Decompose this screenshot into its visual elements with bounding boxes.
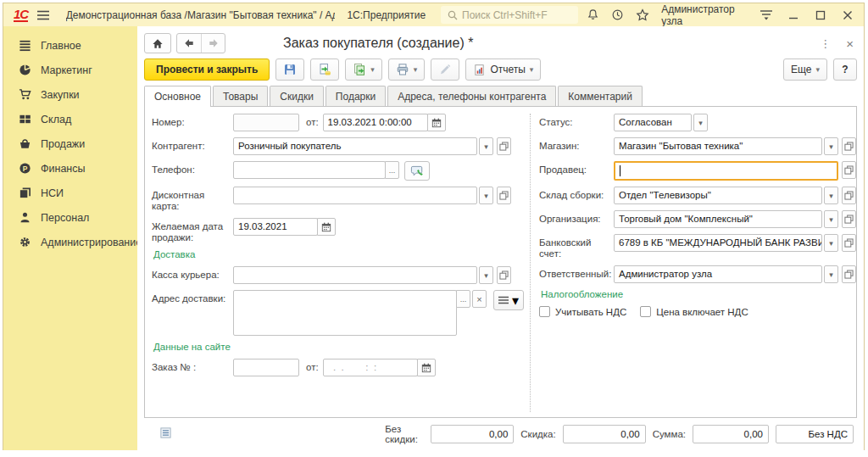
current-user[interactable]: Администратор узла [661,3,742,27]
price-includes-vat-checkbox[interactable]: Цена включает НДС [640,306,748,317]
open-button[interactable] [842,187,856,204]
minimize-icon[interactable] [786,8,801,23]
sidebar-item-marketing[interactable]: Маркетинг [3,58,137,82]
dropdown-button[interactable]: ▾ [824,234,838,252]
sidebar-item-finance[interactable]: Р Финансы [3,156,137,181]
sidebar-item-purchases[interactable]: Закупки [3,82,137,107]
site-order-date-input[interactable]: . . : : [323,359,418,376]
sidebar-item-main[interactable]: Главное [3,33,137,58]
history-icon[interactable] [611,8,624,23]
sidebar-item-sales[interactable]: Продажи [3,131,137,156]
calendar-button[interactable] [427,114,446,131]
vat-checkbox[interactable]: Учитывать НДС [539,306,626,317]
close-icon[interactable] [840,8,855,23]
ellipsis-icon: ... [460,295,467,304]
site-order-input[interactable] [233,359,299,376]
tab-gifts[interactable]: Подарки [326,86,386,106]
post-document-button[interactable] [310,59,339,81]
star-icon[interactable] [636,8,649,23]
open-button[interactable] [497,137,511,155]
hamburger-menu-icon[interactable] [36,8,51,23]
bank-account-label: Банковский счет: [539,234,614,259]
global-search-input[interactable]: Поиск Ctrl+Shift+F [441,6,578,24]
chevron-down-icon: ▾ [484,192,488,200]
dropdown-button[interactable]: ▾ [479,137,493,155]
open-button[interactable] [842,210,856,228]
dropdown-button[interactable]: ▾ [824,265,838,283]
dropdown-button[interactable]: ▾ [824,137,838,155]
open-button[interactable] [842,234,856,252]
assembly-warehouse-input[interactable]: Отдел "Телевизоры" [614,187,822,204]
help-button[interactable]: ? [833,59,857,81]
no-discount-total[interactable]: 0,00 [431,425,514,443]
form-close-icon[interactable]: × [846,36,854,51]
phone-input[interactable] [233,161,386,179]
status-select[interactable]: Согласован [614,114,692,131]
tab-main[interactable]: Основное [144,86,211,107]
organization-input[interactable]: Торговый дом "Комплексный" [614,210,822,228]
delivery-address-textarea[interactable] [233,290,457,336]
discount-total[interactable]: 0,00 [563,425,646,443]
sms-button[interactable] [404,161,430,181]
back-button[interactable] [177,34,201,53]
dropdown-button[interactable]: ▾ [824,187,838,204]
home-button[interactable] [144,33,171,53]
sidebar-item-nsi[interactable]: НСИ [3,181,137,205]
vat-mode-field[interactable]: Без НДС [776,425,854,443]
discount-card-input[interactable] [233,187,477,204]
bank-account-input[interactable]: 6789 в КБ "МЕЖДУНАРОДНЫЙ БАНК РАЗВИТИЯ [614,234,822,252]
address-menu-button[interactable]: ▾ [493,290,524,310]
tab-goods[interactable]: Товары [213,86,268,106]
courier-cash-label: Касса курьера: [152,266,233,281]
post-document-icon [318,63,331,76]
open-button[interactable] [497,187,511,204]
tab-addresses[interactable]: Адреса, телефоны контрагента [387,86,556,106]
view-settings-icon[interactable] [759,8,774,23]
no-discount-label: Без скидки: [385,424,424,444]
desired-date-row: Желаемая дата продажи: 19.03.2021 [152,218,530,243]
counterparty-input[interactable]: Розничный покупатель [233,137,477,155]
ellipsis-button[interactable]: ... [385,161,399,179]
number-input[interactable] [233,114,299,131]
store-input[interactable]: Магазин "Бытовая техника" [614,137,822,155]
reports-button[interactable]: Отчеты ▾ [465,59,541,81]
save-button[interactable] [275,59,304,81]
more-button[interactable]: Еще ▾ [783,59,827,81]
post-and-close-button[interactable]: Провести и закрыть [144,59,270,81]
create-based-on-button[interactable]: ▾ [345,59,382,81]
dropdown-button[interactable]: ▾ [479,266,493,284]
open-button[interactable] [842,265,856,283]
open-button[interactable] [842,161,856,179]
1c-logo: 1С [14,8,28,22]
responsible-label: Ответственный: [539,265,614,280]
maximize-icon[interactable] [813,8,828,23]
forward-button[interactable] [201,34,225,53]
responsible-input[interactable]: Администратор узла [614,265,822,283]
dropdown-button[interactable]: ▾ [479,187,493,204]
print-button[interactable]: ▾ [388,59,426,81]
sidebar-item-warehouse[interactable]: Склад [3,107,137,131]
list-icon[interactable] [159,426,172,443]
clear-button[interactable]: × [472,290,487,308]
bell-icon[interactable] [587,8,599,23]
tab-comment[interactable]: Комментарий [558,86,643,106]
courier-cash-input[interactable] [233,266,477,284]
form-header-controls: ⋮ × [820,36,857,51]
calendar-button[interactable] [417,359,436,376]
open-button[interactable] [497,266,511,284]
desired-date-input[interactable]: 19.03.2021 [233,218,318,236]
document-date-input[interactable]: 19.03.2021 0:00:00 [323,114,428,131]
dropdown-button[interactable]: ▾ [824,210,838,228]
kebab-menu-icon[interactable]: ⋮ [820,37,831,50]
ellipsis-button[interactable]: ... [456,290,470,308]
sum-total[interactable]: 0,00 [693,425,769,443]
calendar-icon [321,222,331,232]
tax-checkboxes-row: Учитывать НДС Цена включает НДС [539,306,856,317]
seller-input[interactable] [614,161,838,181]
calendar-button[interactable] [317,218,336,236]
dropdown-button[interactable]: ▾ [693,114,708,131]
sidebar-item-administration[interactable]: Администрирование [3,230,137,254]
sidebar-item-personnel[interactable]: Персонал [3,205,137,230]
tab-discounts[interactable]: Скидки [270,86,324,106]
open-button[interactable] [842,137,856,155]
